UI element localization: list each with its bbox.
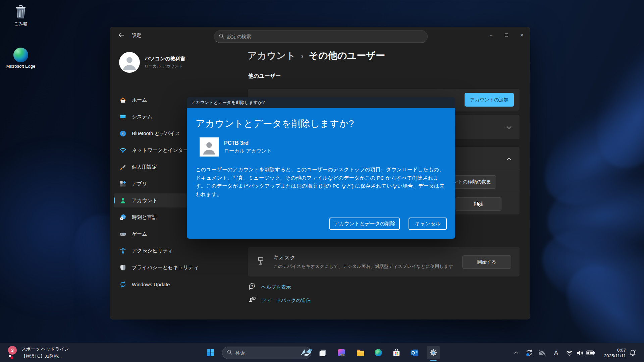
- edge-button[interactable]: [372, 346, 385, 359]
- svg-text:z: z: [634, 349, 636, 352]
- sidebar-item-privacy-security[interactable]: プライバシーとセキュリティ: [114, 260, 214, 275]
- shield-icon: [119, 264, 126, 271]
- account-icon: [119, 197, 126, 204]
- taskbar: 3 スポーツ ヘッドライン 【横浜FC】J2降格...: [0, 343, 644, 362]
- taskbar-search-input[interactable]: [235, 350, 296, 356]
- help-link-label[interactable]: ヘルプを表示: [261, 284, 291, 290]
- desktop-icon-label: Microsoft Edge: [5, 64, 36, 69]
- sidebar-user[interactable]: パソコンの教科書 ローカル アカウント: [119, 52, 185, 73]
- breadcrumb-parent[interactable]: アカウント: [248, 50, 296, 61]
- tray-clock[interactable]: 0:07 2025/11/11: [599, 343, 626, 362]
- apps-icon: [119, 180, 126, 187]
- kiosk-row: キオスク このデバイスをキオスクにして、デジタル署名、対話型ディスプレイなどに使…: [248, 247, 520, 277]
- widgets-subline: 【横浜FC】J2降格...: [21, 353, 69, 359]
- dialog-user-account-type: ローカル アカウント: [224, 148, 272, 154]
- user-avatar: [119, 52, 140, 73]
- kiosk-title: キオスク: [273, 254, 453, 261]
- change-account-type-button[interactable]: ントの種類の変更: [448, 175, 496, 189]
- section-label: 他のユーザー: [248, 73, 281, 80]
- search-highlight-crane-icon: [300, 348, 314, 358]
- user-account-type: ローカル アカウント: [145, 63, 185, 69]
- widgets-alert-dot-icon: [10, 356, 13, 359]
- tray-sync-icon[interactable]: [524, 343, 534, 362]
- tray-battery-icon[interactable]: [585, 343, 596, 362]
- tray-date: 2025/11/11: [604, 353, 626, 359]
- feedback-link-label[interactable]: フィードバックの送信: [261, 297, 311, 304]
- tray-onedrive-paused-icon[interactable]: [536, 343, 547, 362]
- tray-time: 0:07: [617, 347, 626, 353]
- tray-wifi-icon[interactable]: [564, 343, 574, 362]
- page-title: その他のユーザー: [309, 50, 385, 61]
- kiosk-setup-button[interactable]: 開始する: [462, 255, 511, 269]
- dialog-user-avatar: [200, 137, 219, 157]
- search-icon: [219, 34, 224, 40]
- start-button[interactable]: [204, 346, 217, 359]
- sidebar-item-windows-update[interactable]: Windows Update: [114, 277, 214, 291]
- wifi-icon: [119, 146, 126, 154]
- breadcrumb: アカウント›その他のユーザー: [248, 49, 385, 62]
- m365-copilot-button[interactable]: M365: [335, 346, 348, 359]
- settings-app-button[interactable]: [427, 346, 440, 359]
- kiosk-icon: [257, 257, 265, 267]
- svg-text:?: ?: [251, 284, 253, 288]
- search-icon: [227, 350, 232, 356]
- gamepad-icon: [119, 230, 126, 238]
- edge-icon: [5, 46, 36, 62]
- desktop-icon-label: ごみ箱: [5, 21, 36, 27]
- ime-mode-label: A: [554, 350, 558, 356]
- accessibility-icon: [119, 247, 126, 254]
- user-name: パソコンの教科書: [145, 56, 185, 62]
- desktop-icon-edge[interactable]: Microsoft Edge: [5, 46, 36, 69]
- breadcrumb-separator-icon: ›: [301, 52, 303, 60]
- brush-icon: [119, 163, 126, 171]
- tray-chevron-up-icon[interactable]: [512, 343, 521, 362]
- help-link[interactable]: ? ヘルプを表示: [249, 283, 291, 291]
- feedback-link[interactable]: フィードバックの送信: [249, 296, 311, 305]
- svg-text:M365: M365: [340, 354, 344, 356]
- update-icon: [119, 281, 126, 288]
- dialog-heading: アカウントとデータを削除しますか?: [196, 117, 354, 130]
- add-account-button[interactable]: アカウントの追加: [465, 93, 514, 107]
- chevron-down-icon[interactable]: [506, 124, 512, 130]
- widgets-badge: 3: [8, 349, 17, 357]
- dialog-user: PCTB 3rd ローカル アカウント: [200, 137, 272, 157]
- feedback-icon: [249, 296, 256, 305]
- tray-ime-mode[interactable]: A: [551, 343, 561, 362]
- microsoft-store-button[interactable]: [390, 346, 403, 359]
- time-language-icon: [119, 214, 126, 221]
- dialog-titlebar: アカウントとデータを削除しますか?: [187, 97, 455, 108]
- delete-account-dialog: アカウントとデータを削除しますか? アカウントとデータを削除しますか? PCTB…: [187, 97, 455, 239]
- help-icon: ?: [249, 283, 256, 291]
- cancel-button[interactable]: キャンセル: [409, 218, 447, 230]
- widgets-headline: スポーツ ヘッドライン: [21, 346, 69, 352]
- confirm-delete-button[interactable]: アカウントとデータの削除: [329, 218, 400, 230]
- tray-volume-icon[interactable]: [574, 343, 585, 362]
- system-icon: [119, 113, 126, 120]
- recycle-bin-icon: [5, 3, 36, 19]
- taskbar-search[interactable]: [222, 347, 311, 359]
- home-icon: [119, 96, 126, 104]
- desktop: ごみ箱 Microsoft Edge 設定 – ✕: [0, 0, 644, 362]
- mouse-cursor: [476, 200, 482, 210]
- dialog-user-name: PCTB 3rd: [224, 140, 272, 146]
- back-button[interactable]: [115, 29, 127, 41]
- kiosk-description: このデバイスをキオスクにして、デジタル署名、対話型ディスプレイなどに使用します: [273, 263, 453, 269]
- notification-count-badge: 3: [8, 346, 17, 355]
- tray-notification-bell-icon[interactable]: z: [627, 343, 638, 362]
- sidebar-item-accessibility[interactable]: アクセシビリティ: [114, 244, 214, 258]
- dialog-body: アカウントとデータを削除しますか? PCTB 3rd ローカル アカウント この…: [187, 108, 455, 239]
- dialog-buttons: アカウントとデータの削除 キャンセル: [329, 218, 447, 230]
- window-title: 設定: [132, 27, 141, 43]
- chevron-up-icon[interactable]: [506, 156, 512, 162]
- widgets-button[interactable]: 3 スポーツ ヘッドライン 【横浜FC】J2降格...: [8, 343, 69, 362]
- outlook-button[interactable]: [408, 346, 421, 359]
- bluetooth-icon: [119, 130, 126, 137]
- task-view-button[interactable]: [316, 346, 329, 359]
- file-explorer-button[interactable]: [354, 346, 367, 359]
- desktop-icon-recycle-bin[interactable]: ごみ箱: [5, 3, 36, 27]
- dialog-message: このユーザーのアカウントを削除すると、このユーザーのデスクトップの項目、ダウンロ…: [196, 166, 448, 198]
